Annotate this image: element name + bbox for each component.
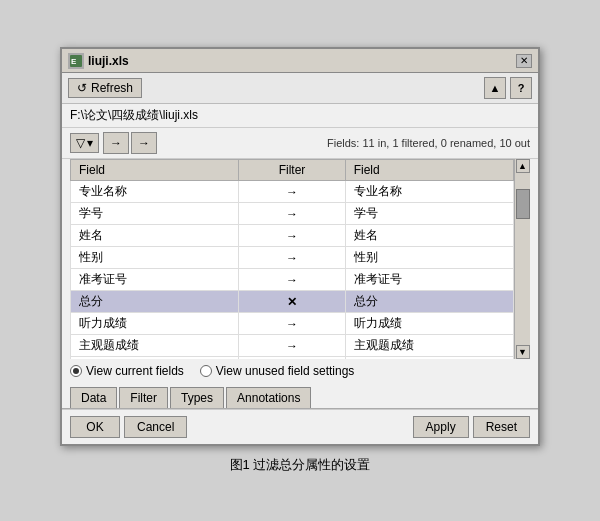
- file-path: F:\论文\四级成绩\liuji.xls: [62, 104, 538, 128]
- outer-wrapper: E liuji.xls ✕ ↺ Refresh ▲ ? F:\论文\四级成绩\: [60, 47, 540, 474]
- view-unused-option[interactable]: View unused field settings: [200, 364, 355, 378]
- field-right-cell: 学号: [345, 203, 513, 225]
- field-left-cell: 总分: [71, 291, 239, 313]
- table-row[interactable]: 专业名称→专业名称: [71, 181, 514, 203]
- title-bar-left: E liuji.xls: [68, 53, 129, 69]
- scroll-thumb[interactable]: [516, 189, 530, 219]
- table-row[interactable]: 听力成绩→听力成绩: [71, 313, 514, 335]
- cancel-button[interactable]: Cancel: [124, 416, 187, 438]
- field-left-cell: 主观题成绩: [71, 335, 239, 357]
- close-button[interactable]: ✕: [516, 54, 532, 68]
- filter-cell: →: [239, 357, 345, 360]
- tab-annotations[interactable]: Annotations: [226, 387, 311, 408]
- field-right-cell: 客观题成绩: [345, 357, 513, 360]
- field-right-cell: 性别: [345, 247, 513, 269]
- toolbar-left: ↺ Refresh: [68, 78, 142, 98]
- filter-cell: →: [239, 335, 345, 357]
- view-unused-label: View unused field settings: [216, 364, 355, 378]
- title-bar: E liuji.xls ✕: [62, 49, 538, 73]
- table-inner: Field Filter Field 专业名称→专业名称学号→学号姓名→姓名性别…: [70, 159, 514, 359]
- field-right-cell: 专业名称: [345, 181, 513, 203]
- field-right-cell: 姓名: [345, 225, 513, 247]
- filter-dropdown-button[interactable]: ▽ ▾: [70, 133, 99, 153]
- view-unused-radio[interactable]: [200, 365, 212, 377]
- file-path-text: F:\论文\四级成绩\liuji.xls: [70, 108, 198, 122]
- scroll-up-arrow[interactable]: ▲: [516, 159, 530, 173]
- bottom-left-buttons: OK Cancel: [70, 416, 187, 438]
- view-current-radio[interactable]: [70, 365, 82, 377]
- table-row[interactable]: 性别→性别: [71, 247, 514, 269]
- filter-cell: ✕: [239, 291, 345, 313]
- apply-button[interactable]: Apply: [413, 416, 469, 438]
- filter-cell: →: [239, 247, 345, 269]
- arrow-right2-button[interactable]: →: [131, 132, 157, 154]
- view-current-label: View current fields: [86, 364, 184, 378]
- header-filter: Filter: [239, 160, 345, 181]
- figure-caption: 图1 过滤总分属性的设置: [230, 456, 371, 474]
- fields-table-wrapper: Field Filter Field 专业名称→专业名称学号→学号姓名→姓名性别…: [62, 159, 538, 359]
- up-button[interactable]: ▲: [484, 77, 506, 99]
- field-left-cell: 准考证号: [71, 269, 239, 291]
- bottom-buttons: OK Cancel Apply Reset: [62, 409, 538, 444]
- app-icon: E: [68, 53, 84, 69]
- table-scroll-container: Field Filter Field 专业名称→专业名称学号→学号姓名→姓名性别…: [70, 159, 530, 359]
- filter-cell: →: [239, 225, 345, 247]
- field-right-cell: 主观题成绩: [345, 335, 513, 357]
- help-button[interactable]: ?: [510, 77, 532, 99]
- table-row[interactable]: 准考证号→准考证号: [71, 269, 514, 291]
- scrollbar[interactable]: ▲ ▼: [514, 159, 530, 359]
- table-row[interactable]: 主观题成绩→主观题成绩: [71, 335, 514, 357]
- view-current-option[interactable]: View current fields: [70, 364, 184, 378]
- scroll-down-arrow[interactable]: ▼: [516, 345, 530, 359]
- dialog: E liuji.xls ✕ ↺ Refresh ▲ ? F:\论文\四级成绩\: [60, 47, 540, 446]
- field-left-cell: 学号: [71, 203, 239, 225]
- view-options: View current fields View unused field se…: [62, 359, 538, 383]
- header-field-right: Field: [345, 160, 513, 181]
- filter-toolbar: ▽ ▾ → → Fields: 11 in, 1 filtered, 0 ren…: [62, 128, 538, 159]
- table-row[interactable]: 总分✕总分: [71, 291, 514, 313]
- filter-cell: →: [239, 269, 345, 291]
- refresh-label: Refresh: [91, 81, 133, 95]
- tab-data[interactable]: Data: [70, 387, 117, 408]
- filter-cell: →: [239, 203, 345, 225]
- table-row[interactable]: 客观题成绩→客观题成绩: [71, 357, 514, 360]
- refresh-icon: ↺: [77, 81, 87, 95]
- field-left-cell: 性别: [71, 247, 239, 269]
- tab-filter[interactable]: Filter: [119, 387, 168, 408]
- filter-cell: →: [239, 181, 345, 203]
- filter-icon: ▽: [76, 136, 85, 150]
- toolbar-right: ▲ ?: [484, 77, 532, 99]
- filter-dropdown-arrow: ▾: [87, 136, 93, 150]
- field-left-cell: 专业名称: [71, 181, 239, 203]
- field-right-cell: 准考证号: [345, 269, 513, 291]
- field-left-cell: 姓名: [71, 225, 239, 247]
- field-left-cell: 客观题成绩: [71, 357, 239, 360]
- fields-info: Fields: 11 in, 1 filtered, 0 renamed, 10…: [327, 137, 530, 149]
- fields-table: Field Filter Field 专业名称→专业名称学号→学号姓名→姓名性别…: [70, 159, 514, 359]
- field-left-cell: 听力成绩: [71, 313, 239, 335]
- field-right-cell: 听力成绩: [345, 313, 513, 335]
- table-row[interactable]: 学号→学号: [71, 203, 514, 225]
- reset-button[interactable]: Reset: [473, 416, 530, 438]
- filter-cell: →: [239, 313, 345, 335]
- tab-types[interactable]: Types: [170, 387, 224, 408]
- field-right-cell: 总分: [345, 291, 513, 313]
- svg-text:E: E: [71, 57, 77, 66]
- refresh-button[interactable]: ↺ Refresh: [68, 78, 142, 98]
- dialog-title: liuji.xls: [88, 54, 129, 68]
- tabs-bar: Data Filter Types Annotations: [62, 383, 538, 409]
- bottom-right-buttons: Apply Reset: [413, 416, 530, 438]
- table-row[interactable]: 姓名→姓名: [71, 225, 514, 247]
- header-field-left: Field: [71, 160, 239, 181]
- arrow-right-button[interactable]: →: [103, 132, 129, 154]
- toolbar: ↺ Refresh ▲ ?: [62, 73, 538, 104]
- filter-toolbar-left: ▽ ▾ → →: [70, 132, 157, 154]
- arrow-buttons: → →: [103, 132, 157, 154]
- ok-button[interactable]: OK: [70, 416, 120, 438]
